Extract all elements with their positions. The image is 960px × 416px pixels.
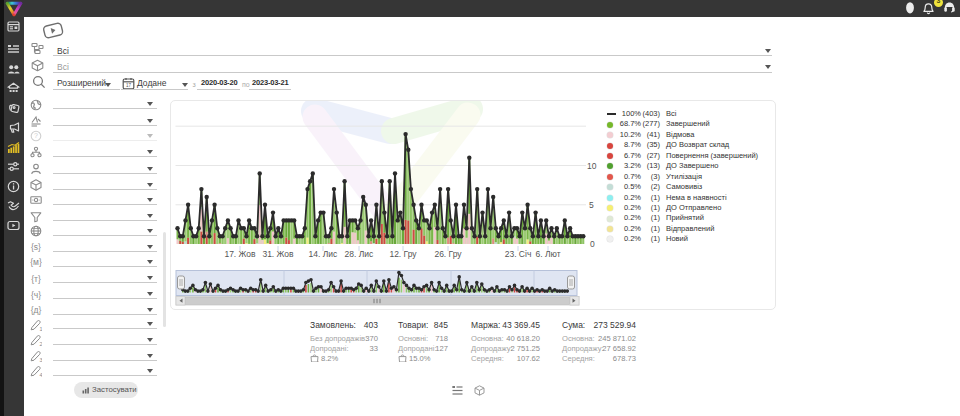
svg-text:31. Жов: 31. Жов [262,249,294,259]
svg-text:14. Лис: 14. Лис [309,249,339,259]
svg-text:2: 2 [39,341,42,346]
svg-text:5: 5 [589,200,594,210]
svg-text:17. Жов: 17. Жов [224,249,256,259]
svg-text:12. Гру: 12. Гру [389,249,417,259]
svg-text:23. Січ: 23. Січ [505,249,532,259]
svg-text:1: 1 [39,326,42,331]
svg-text:x: x [318,359,319,362]
svg-text:3: 3 [39,357,42,362]
svg-text:6. Лют: 6. Лют [535,249,560,259]
svg-text:4: 4 [39,372,42,377]
svg-text:0: 0 [590,239,595,249]
svg-text:26. Гру: 26. Гру [434,249,462,259]
svg-text:x: x [406,359,407,362]
svg-text:28. Лис: 28. Лис [345,249,375,259]
svg-text:10: 10 [587,161,597,171]
